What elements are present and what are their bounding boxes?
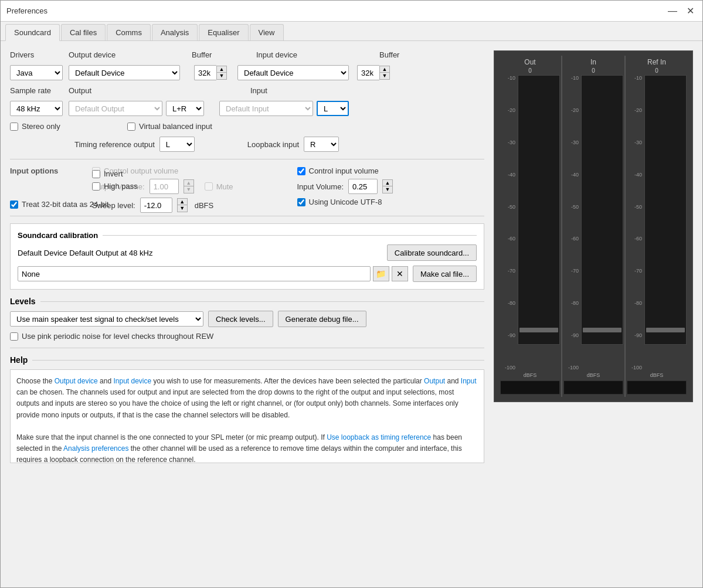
tab-view[interactable]: View bbox=[250, 24, 284, 40]
output-channel-select[interactable]: Default Output bbox=[69, 101, 162, 116]
cal-file-input[interactable] bbox=[18, 266, 371, 281]
ref-in-meter-track: -10 -20 -30 -40 -50 -60 -70 -80 -90 -100 bbox=[627, 75, 687, 371]
using-unicode-row: Using Unicode UTF-8 bbox=[297, 198, 485, 206]
levels-controls-row: Use main speaker test signal to check/se… bbox=[10, 311, 484, 327]
input-buffer-up[interactable]: ▲ bbox=[380, 66, 389, 73]
tab-comms[interactable]: Comms bbox=[107, 24, 151, 40]
tab-bar: Soundcard Cal files Comms Analysis Equal… bbox=[1, 22, 702, 41]
pink-noise-checkbox[interactable] bbox=[10, 332, 18, 341]
high-pass-text: High pass bbox=[104, 182, 138, 191]
output-device-select[interactable]: Default Device bbox=[69, 65, 180, 80]
sweep-level-row: Sweep level: ▲ ▼ dBFS bbox=[92, 198, 280, 213]
treat-32bit-text: Treat 32-bit data as 24-bit bbox=[22, 200, 108, 209]
cal-file-open-button[interactable]: 📁 bbox=[373, 266, 389, 281]
sweep-level-spinner: ▲ ▼ bbox=[177, 198, 188, 212]
sample-rate-select[interactable]: 48 kHz bbox=[10, 101, 63, 116]
output-buffer-down[interactable]: ▼ bbox=[217, 73, 226, 79]
using-unicode-text: Using Unicode UTF-8 bbox=[309, 198, 382, 206]
input-buffer-spinner: ▲ ▼ bbox=[379, 66, 390, 80]
using-unicode-checkbox[interactable] bbox=[297, 198, 305, 206]
output-lr-select[interactable]: L+R bbox=[166, 101, 204, 116]
input-channel-select[interactable]: Default Input bbox=[219, 101, 313, 116]
sample-rate-label: Sample rate bbox=[10, 86, 63, 95]
input-options-section: Input options Control output volume Outp… bbox=[10, 166, 484, 194]
virtual-balanced-label[interactable]: Virtual balanced input bbox=[127, 122, 212, 131]
tab-analysis[interactable]: Analysis bbox=[152, 24, 198, 40]
high-pass-checkbox[interactable] bbox=[92, 182, 100, 191]
stereo-only-checkbox[interactable] bbox=[10, 123, 18, 131]
cal-file-clear-button[interactable]: ✕ bbox=[392, 266, 408, 281]
in-peak-bar bbox=[563, 380, 623, 395]
input-device-select[interactable]: Default Device bbox=[237, 65, 349, 80]
three-meters: Out 0 -10 -20 -30 -40 -50 -60 -70 bbox=[499, 56, 688, 397]
out-meter-slider[interactable] bbox=[519, 328, 558, 332]
help-title-text: Help bbox=[10, 355, 28, 365]
analysis-prefs-link[interactable]: Analysis preferences bbox=[63, 444, 128, 453]
generate-debug-button[interactable]: Generate debug file... bbox=[278, 311, 366, 327]
in-meter-zero: 0 bbox=[592, 67, 595, 74]
input-options-label: Input options bbox=[10, 166, 74, 175]
invert-checkbox[interactable] bbox=[92, 170, 100, 178]
high-pass-label[interactable]: High pass bbox=[92, 182, 138, 191]
output-device-link[interactable]: Output device bbox=[55, 377, 98, 385]
check-levels-button[interactable]: Check levels... bbox=[208, 311, 273, 327]
help-title: Help bbox=[10, 355, 484, 365]
output-link[interactable]: Output bbox=[424, 377, 445, 385]
sweep-level-up[interactable]: ▲ bbox=[178, 199, 187, 205]
soundcard-calibration-section: Soundcard calibration Default Device Def… bbox=[10, 223, 484, 290]
input-device-label: Input device bbox=[256, 50, 356, 59]
help-section: Help Choose the Output device and Input … bbox=[10, 355, 484, 463]
tab-equaliser[interactable]: Equaliser bbox=[199, 24, 248, 40]
pink-noise-text: Use pink periodic noise for level checks… bbox=[22, 332, 213, 341]
cal-description: Default Device Default Output at 48 kHz bbox=[18, 249, 382, 257]
title-bar-controls: — ✕ bbox=[666, 5, 697, 18]
sweep-level-input[interactable] bbox=[140, 198, 172, 213]
using-unicode-label[interactable]: Using Unicode UTF-8 bbox=[297, 198, 382, 206]
invert-row: Invert bbox=[92, 169, 484, 178]
timing-ref-label: Timing reference output bbox=[74, 140, 155, 149]
ref-in-peak-bar bbox=[627, 380, 687, 395]
output-input-selects-row: 48 kHz Default Output L+R Default In bbox=[10, 101, 484, 116]
in-meter-slider[interactable] bbox=[583, 328, 622, 332]
output-input-labels-row: Sample rate Output Input bbox=[10, 86, 484, 95]
pink-noise-label[interactable]: Use pink periodic noise for level checks… bbox=[10, 332, 213, 341]
virtual-balanced-checkbox[interactable] bbox=[127, 123, 135, 131]
in-meter-header: In bbox=[590, 58, 596, 66]
output-buffer-input[interactable] bbox=[194, 65, 216, 80]
make-cal-file-button[interactable]: Make cal file... bbox=[413, 266, 477, 282]
levels-section: Levels Use main speaker test signal to c… bbox=[10, 297, 484, 341]
treat-32bit-checkbox[interactable] bbox=[10, 200, 18, 209]
invert-label[interactable]: Invert bbox=[92, 169, 123, 178]
levels-dropdown[interactable]: Use main speaker test signal to check/se… bbox=[10, 311, 203, 327]
drivers-select[interactable]: Java bbox=[10, 65, 63, 80]
tab-soundcard[interactable]: Soundcard bbox=[5, 24, 60, 41]
input-buffer-down[interactable]: ▼ bbox=[380, 73, 389, 79]
loopback-select[interactable]: R bbox=[304, 137, 339, 152]
output-buffer-label: Buffer bbox=[192, 50, 244, 59]
timing-loopback-row: Timing reference output L Loopback input… bbox=[10, 137, 484, 152]
invert-highpass-section: Invert High pass bbox=[10, 193, 484, 194]
stereo-only-label[interactable]: Stereo only bbox=[10, 122, 63, 131]
out-meter: Out 0 -10 -20 -30 -40 -50 -60 -70 bbox=[499, 56, 562, 397]
levels-title-text: Levels bbox=[10, 297, 36, 306]
close-button[interactable]: ✕ bbox=[684, 5, 697, 18]
output-buffer-up[interactable]: ▲ bbox=[217, 66, 226, 73]
tab-cal-files[interactable]: Cal files bbox=[61, 24, 106, 40]
loopback-link[interactable]: Use loopback as timing reference bbox=[327, 433, 431, 441]
input-lr-select[interactable]: L bbox=[317, 101, 349, 116]
input-device-link[interactable]: Input device bbox=[113, 377, 151, 385]
timing-ref-select[interactable]: L bbox=[159, 137, 195, 152]
out-meter-header: Out bbox=[524, 58, 535, 66]
treat-32bit-label[interactable]: Treat 32-bit data as 24-bit bbox=[10, 200, 108, 209]
minimize-button[interactable]: — bbox=[666, 5, 679, 18]
input-link[interactable]: Input bbox=[461, 377, 477, 385]
input-buffer-input[interactable] bbox=[357, 65, 379, 80]
calibrate-soundcard-button[interactable]: Calibrate soundcard... bbox=[387, 244, 477, 261]
left-panel: Drivers Output device Buffer Input devic… bbox=[10, 50, 484, 463]
help-content[interactable]: Choose the Output device and Input devic… bbox=[10, 369, 484, 463]
sweep-level-down[interactable]: ▼ bbox=[178, 205, 187, 212]
out-meter-dbfs: dBFS bbox=[524, 372, 537, 378]
device-selects-row: Java Default Device ▲ ▼ bbox=[10, 65, 484, 80]
ref-in-meter-slider[interactable] bbox=[646, 328, 685, 332]
folder-icon: 📁 bbox=[376, 269, 386, 278]
